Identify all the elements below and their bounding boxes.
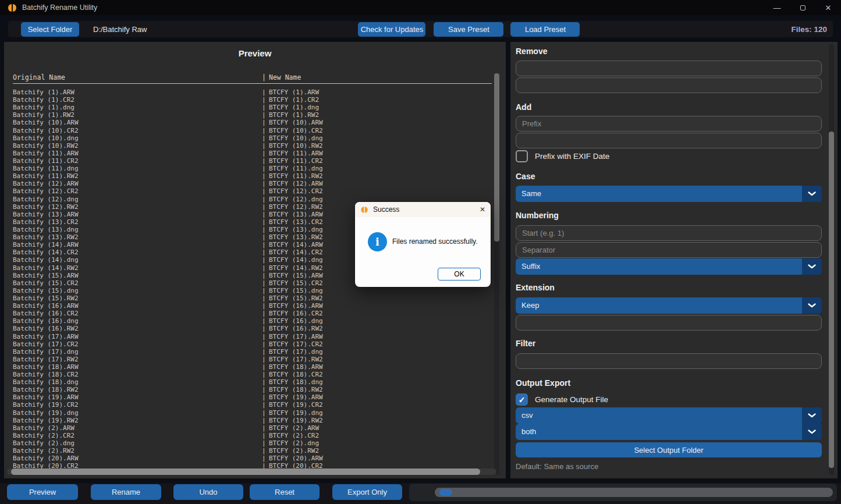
original-name-cell: Batchify (10).RW2 [13, 142, 262, 150]
file-row: Batchify (11).ARW | BTCFY (11).ARW [13, 150, 486, 157]
prefix-input[interactable] [516, 116, 822, 132]
original-name-cell: Batchify (1).RW2 [13, 111, 262, 119]
exif-checkbox-row[interactable]: Prefix with EXIF Date [516, 150, 822, 162]
row-separator: | [262, 119, 269, 126]
file-row: Batchify (17).ARW | BTCFY (17).ARW [13, 333, 486, 340]
new-name-cell: BTCFY (18).CR2 [269, 371, 323, 378]
remove-input-2[interactable] [516, 77, 822, 93]
row-separator: | [262, 218, 269, 226]
options-panel: Remove Add Prefix with EXIF Date Case Sa… [510, 42, 838, 478]
action-bar: Preview Rename Undo Reset Export Only [0, 483, 841, 504]
new-name-cell: BTCFY (15).CR2 [269, 279, 323, 287]
undo-button[interactable]: Undo [173, 484, 243, 500]
original-name-cell: Batchify (12).RW2 [13, 203, 262, 211]
new-name-cell: BTCFY (18).dng [269, 378, 323, 386]
original-name-cell: Batchify (15).CR2 [13, 279, 262, 287]
dialog-close-icon[interactable]: ✕ [480, 205, 485, 214]
extension-select[interactable]: Keep [516, 297, 822, 314]
row-separator: | [262, 294, 269, 302]
output-format-value: csv [516, 407, 822, 424]
original-name-cell: Batchify (12).ARW [13, 180, 262, 187]
ok-button[interactable]: OK [438, 268, 481, 281]
generate-output-row[interactable]: ✓ Generate Output File [516, 393, 822, 406]
new-name-cell: BTCFY (12).RW2 [269, 203, 323, 211]
panel-scrollbar[interactable] [829, 44, 834, 475]
preview-button[interactable]: Preview [7, 484, 78, 500]
exif-checkbox[interactable] [516, 150, 528, 162]
extension-input[interactable] [516, 315, 822, 331]
case-select[interactable]: Same [516, 186, 822, 202]
dialog-app-icon [361, 206, 368, 213]
row-separator: | [262, 88, 269, 96]
chevron-down-icon [802, 407, 822, 424]
row-separator: | [262, 150, 269, 157]
new-name-cell: BTCFY (19).CR2 [269, 401, 323, 409]
file-row: Batchify (11).CR2 | BTCFY (11).CR2 [13, 157, 486, 165]
original-name-cell: Batchify (14).CR2 [13, 249, 262, 256]
numbering-position-select[interactable]: Suffix [516, 258, 822, 275]
header-divider [13, 83, 492, 84]
output-default-note: Default: Same as source [516, 462, 822, 471]
new-name-cell: BTCFY (17).ARW [269, 333, 323, 340]
new-name-cell: BTCFY (11).ARW [269, 150, 323, 157]
app-icon [8, 3, 17, 12]
check-updates-button[interactable]: Check for Updates [358, 22, 425, 37]
original-name-cell: Batchify (18).CR2 [13, 371, 262, 378]
progress-chunk [439, 489, 452, 496]
new-name-cell: BTCFY (10).RW2 [269, 142, 323, 150]
exif-checkbox-label: Prefix with EXIF Date [535, 152, 609, 161]
table-header: Original Name | New Name [13, 73, 486, 81]
load-preset-button[interactable]: Load Preset [510, 22, 580, 37]
file-row: Batchify (18).RW2 | BTCFY (18).RW2 [13, 386, 486, 393]
generate-output-checkbox[interactable]: ✓ [516, 393, 528, 406]
original-name-cell: Batchify (18).ARW [13, 363, 262, 371]
file-row: Batchify (10).dng | BTCFY (10).dng [13, 134, 486, 142]
new-name-cell: BTCFY (16).dng [269, 317, 323, 325]
minimize-icon[interactable]: — [764, 0, 790, 15]
panel-scrollbar-thumb[interactable] [829, 132, 834, 468]
rename-button[interactable]: Rename [91, 484, 161, 500]
select-folder-button[interactable]: Select Folder [21, 22, 79, 37]
toolbar: Select Folder D:/Batchify Raw Check for … [8, 21, 833, 37]
original-name-cell: Batchify (1).ARW [13, 88, 262, 96]
file-row: Batchify (2).CR2 | BTCFY (2).CR2 [13, 432, 486, 439]
export-only-button[interactable]: Export Only [332, 484, 402, 500]
row-separator: | [262, 401, 269, 409]
horizontal-scrollbar[interactable] [7, 468, 496, 475]
numbering-start-input[interactable] [516, 225, 822, 241]
column-separator: | [262, 73, 269, 81]
row-separator: | [262, 233, 269, 241]
close-icon[interactable]: ✕ [815, 0, 841, 15]
numbering-separator-input[interactable] [516, 242, 822, 258]
original-name-cell: Batchify (15).ARW [13, 272, 262, 279]
new-name-cell: BTCFY (17).dng [269, 348, 323, 356]
row-separator: | [262, 439, 269, 447]
output-format-select[interactable]: csv [516, 407, 822, 424]
new-name-cell: BTCFY (16).ARW [269, 302, 323, 310]
reset-button[interactable]: Reset [250, 484, 320, 500]
original-name-cell: Batchify (15).dng [13, 287, 262, 294]
maximize-icon[interactable] [790, 0, 815, 15]
row-separator: | [262, 196, 269, 203]
suffix-input[interactable] [516, 133, 822, 148]
original-name-cell: Batchify (1).CR2 [13, 96, 262, 104]
file-row: Batchify (1).ARW | BTCFY (1).ARW [13, 88, 486, 96]
save-preset-button[interactable]: Save Preset [434, 22, 503, 37]
vertical-scrollbar-thumb[interactable] [494, 73, 499, 242]
output-mode-select[interactable]: both [516, 424, 822, 440]
horizontal-scrollbar-thumb[interactable] [11, 468, 480, 475]
original-name-cell: Batchify (11).ARW [13, 150, 262, 157]
vertical-scrollbar[interactable] [494, 73, 499, 475]
remove-input-1[interactable] [516, 61, 822, 76]
original-name-cell: Batchify (13).dng [13, 226, 262, 233]
filter-input[interactable] [516, 353, 822, 369]
row-separator: | [262, 310, 269, 317]
file-row: Batchify (1).RW2 | BTCFY (1).RW2 [13, 111, 486, 119]
file-row: Batchify (18).dng | BTCFY (18).dng [13, 378, 486, 386]
select-output-folder-button[interactable]: Select Output Folder [516, 442, 822, 457]
original-name-cell: Batchify (16).dng [13, 317, 262, 325]
chevron-down-icon [802, 186, 822, 202]
new-name-cell: BTCFY (2).CR2 [269, 432, 319, 439]
case-header: Case [516, 172, 822, 182]
file-row: Batchify (1).dng | BTCFY (1).dng [13, 104, 486, 111]
